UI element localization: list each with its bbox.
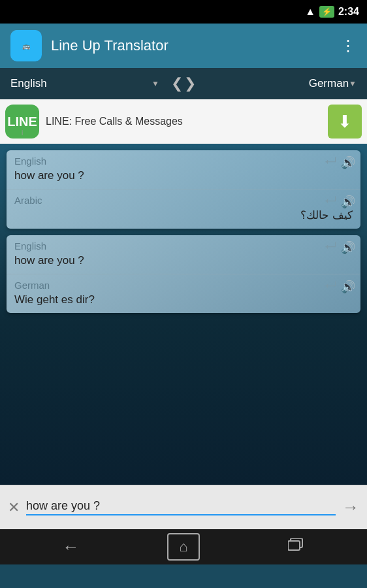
nav-bar: ← ⌂ [0,529,367,564]
input-clear-button[interactable]: ✕ [8,499,20,516]
card-target-text-2: Wie geht es dir? [14,292,353,309]
cards-area: ⮠ 🔊 English how are you ? ⮠ 🔊 Arabic كيف… [0,144,367,321]
card-target-icons: ⮠ 🔊 [325,195,355,209]
card-source-section-2: ⮠ 🔊 English how are you ? [7,235,360,274]
input-send-button[interactable]: → [342,497,359,517]
input-bar: ✕ → [0,485,367,529]
card-target-lang-1: Arabic [14,195,353,206]
app-bar: 🚌 Line Up Translator ⋮ [0,24,367,68]
share-icon-2t[interactable]: ⮠ [325,280,337,294]
svg-rect-1 [288,541,300,550]
app-title: Line Up Translator [51,37,331,54]
audio-icon-1t[interactable]: 🔊 [341,195,355,209]
target-lang-select[interactable]: German ▼ [202,74,362,93]
battery-icon: ⚡ [319,6,334,18]
app-icon-inner: 🚌 [10,30,42,61]
ad-info-label: i [22,129,23,137]
app-icon: 🚌 [10,30,42,61]
card-target-section: ⮠ 🔊 Arabic كيف حالك؟ [7,189,360,229]
input-field-wrapper [26,499,336,515]
translation-card: ⮠ 🔊 English how are you ? ⮠ 🔊 Arabic كيف… [7,150,360,229]
source-lang-select[interactable]: English ▼ [5,74,165,93]
ad-line-label: LINE [7,114,37,129]
ad-download-button[interactable]: ⬇ [328,105,362,139]
ad-banner: LINE i LINE: Free Calls & Messages ⬇ [0,99,367,144]
swap-left-icon: ❮ [171,75,183,92]
ad-download-icon: ⬇ [338,112,352,132]
share-icon-1t[interactable]: ⮠ [325,195,337,209]
source-lang-label: English [10,77,47,90]
status-icons: ▲ ⚡ 2:34 [305,6,359,18]
card-target-lang-2: German [14,280,353,291]
card-target-text-1: كيف حالك؟ [14,207,353,225]
card-source-icons-2: ⮠ 🔊 [325,240,355,255]
audio-icon-1[interactable]: 🔊 [341,155,355,170]
card-source-lang-1: English [14,155,353,167]
back-button[interactable]: ← [52,533,89,561]
lang-swap-button[interactable]: ❮ ❯ [167,75,200,92]
card-source-text-1: how are you ? [14,168,353,185]
search-input[interactable] [26,499,336,513]
card-target-section-2: ⮠ 🔊 German Wie geht es dir? [7,274,360,313]
ad-title-text: LINE: Free Calls & Messages [46,115,321,129]
target-lang-label: German [309,77,349,90]
audio-icon-2[interactable]: 🔊 [341,240,355,255]
recent-apps-button[interactable] [278,533,315,561]
card-source-icons: ⮠ 🔊 [325,155,355,170]
ad-line-icon: LINE i [5,105,39,139]
card-source-section: ⮠ 🔊 English how are you ? [7,150,360,189]
audio-icon-2t[interactable]: 🔊 [341,280,355,294]
home-button[interactable]: ⌂ [167,533,199,561]
card-source-text-2: how are you ? [14,253,353,270]
translation-card-2: ⮠ 🔊 English how are you ? ⮠ 🔊 German Wie… [7,235,360,313]
swap-right-icon: ❯ [184,75,196,92]
lang-bar: English ▼ ❮ ❯ German ▼ [0,68,367,99]
card-source-lang-2: English [14,240,353,252]
time-display: 2:34 [338,6,359,18]
target-lang-arrow: ▼ [349,79,357,88]
share-icon-1[interactable]: ⮠ [325,156,337,170]
source-lang-arrow: ▼ [152,79,159,88]
status-bar: ▲ ⚡ 2:34 [0,0,367,24]
wifi-icon: ▲ [305,6,315,18]
more-menu-icon[interactable]: ⋮ [340,37,357,55]
share-icon-2[interactable]: ⮠ [325,241,337,255]
card-target-icons-2: ⮠ 🔊 [325,280,355,294]
